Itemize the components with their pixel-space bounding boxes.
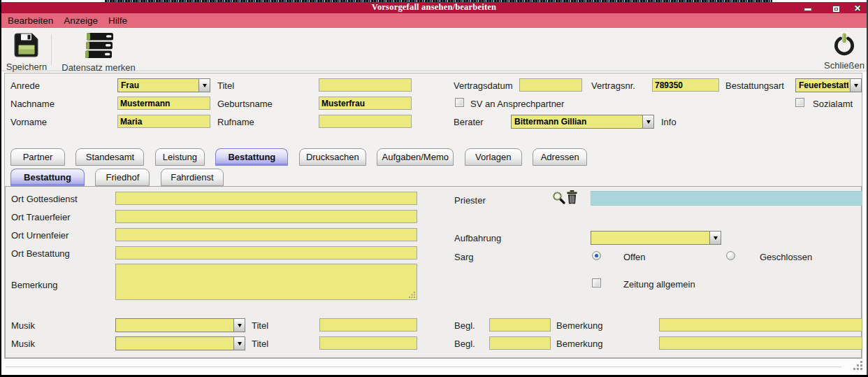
aufbahrung-select[interactable]	[591, 231, 721, 245]
musik-label: Musik	[11, 339, 35, 349]
trash-icon[interactable]	[567, 190, 577, 207]
vorname-label: Vorname	[10, 117, 47, 127]
anrede-value: Frau	[121, 80, 197, 90]
power-icon	[823, 33, 865, 59]
tab-adressen[interactable]: Adressen	[533, 148, 587, 166]
tab-standesamt[interactable]: Standesamt	[75, 148, 144, 166]
priester-input[interactable]	[591, 191, 862, 206]
save-label: Speichern	[6, 62, 48, 72]
musik-bemerkung-input-1[interactable]	[659, 318, 862, 332]
vertragsdatum-input[interactable]	[519, 78, 582, 92]
chevron-down-icon[interactable]	[850, 79, 861, 92]
priester-label: Priester	[454, 195, 486, 206]
begl-label: Begl.	[454, 339, 475, 349]
chevron-down-icon[interactable]	[233, 319, 245, 332]
ort-gottesdienst-input[interactable]	[115, 192, 417, 205]
remember-record-label: Datensatz merken	[55, 62, 143, 73]
tab-vorlagen[interactable]: Vorlagen	[465, 148, 522, 166]
ort-bestattung-label: Ort Bestattung	[11, 248, 70, 259]
anrede-label: Anrede	[10, 80, 40, 91]
maximize-icon[interactable]	[832, 6, 840, 13]
vertragsnr-label: Vertragsnr.	[591, 80, 635, 91]
info-label: Info	[661, 117, 677, 127]
tab-leistung[interactable]: Leistung	[155, 148, 205, 166]
chevron-down-icon[interactable]	[233, 337, 245, 350]
sarg-geschlossen-radio[interactable]	[726, 251, 735, 260]
musik-bemerkung-label: Bemerkung	[556, 320, 602, 331]
window-title: Vorsorgefall ansehen/bearbeiten	[0, 2, 868, 13]
sv-ansprechpartner-checkbox[interactable]	[455, 98, 464, 107]
chevron-down-icon[interactable]	[709, 232, 721, 244]
status-bar	[1, 360, 867, 375]
aufbahrung-label: Aufbahrung	[454, 233, 501, 243]
titel-input[interactable]	[319, 78, 412, 92]
sv-ansprechpartner-label: SV an Ansprechpartner	[470, 99, 564, 109]
menu-bearbeiten[interactable]: Bearbeiten	[8, 15, 53, 26]
menu-bar: Bearbeiten Anzeige Hilfe	[0, 13, 868, 28]
window-resize-grip[interactable]	[853, 361, 863, 371]
subtab-bestattung[interactable]: Bestattung	[10, 169, 85, 186]
search-icon[interactable]	[552, 191, 565, 207]
vorname-input[interactable]	[117, 115, 210, 128]
anrede-select[interactable]: Frau	[117, 78, 210, 92]
nachname-input[interactable]	[117, 97, 210, 110]
begl-input-2[interactable]	[489, 336, 551, 350]
main-tab-bar: Partner Standesamt Leistung Bestattung D…	[10, 148, 595, 166]
subtab-fahrdienst[interactable]: Fahrdienst	[161, 169, 224, 186]
musik-titel-input-1[interactable]	[319, 318, 417, 332]
bestattungsart-value: Feuerbestattu	[799, 80, 848, 90]
title-bar[interactable]: Vorsorgefall ansehen/bearbeiten ✕	[0, 2, 868, 13]
begl-label: Begl.	[454, 320, 475, 331]
sarg-geschlossen-label: Geschlossen	[760, 252, 812, 262]
bestattung-panel: Ort Gottesdienst Ort Trauerfeier Ort Urn…	[5, 186, 862, 358]
close-window-button[interactable]: Schließen	[823, 31, 865, 71]
tab-drucksachen[interactable]: Drucksachen	[299, 148, 366, 166]
bestattungsart-select[interactable]: Feuerbestattu	[795, 78, 862, 92]
menu-anzeige[interactable]: Anzeige	[64, 15, 98, 26]
musik-titel-label: Titel	[252, 339, 268, 349]
tab-aufgaben-memo[interactable]: Aufgaben/Memo	[377, 148, 454, 166]
close-icon[interactable]: ✕	[854, 3, 861, 13]
ort-bestattung-input[interactable]	[115, 246, 417, 259]
database-stack-icon	[55, 33, 143, 62]
geburtsname-input[interactable]	[319, 97, 412, 110]
musik-titel-input-2[interactable]	[319, 336, 417, 350]
rufname-label: Rufname	[217, 117, 254, 127]
berater-label: Berater	[454, 117, 484, 127]
geburtsname-label: Geburtsname	[217, 99, 273, 109]
nachname-label: Nachname	[10, 99, 55, 109]
bemerkung-label: Bemerkung	[11, 280, 57, 290]
begl-input-1[interactable]	[489, 318, 551, 332]
ort-urnenfeier-label: Ort Urnenfeier	[11, 230, 68, 241]
minimize-icon[interactable]	[804, 8, 812, 11]
vertragsnr-input[interactable]	[652, 78, 719, 92]
musik-select-1[interactable]	[115, 318, 245, 332]
berater-select[interactable]: Bittermann Gillian	[511, 115, 654, 129]
app-window: Vorsorgefall ansehen/bearbeiten ✕ Bearbe…	[0, 0, 868, 377]
textarea-resize-grip[interactable]	[409, 292, 416, 299]
ort-trauerfeier-label: Ort Trauerfeier	[11, 212, 71, 222]
ort-urnenfeier-input[interactable]	[115, 228, 417, 241]
menu-hilfe[interactable]: Hilfe	[108, 15, 127, 26]
musik-titel-label: Titel	[252, 320, 268, 331]
musik-bemerkung-input-2[interactable]	[659, 336, 862, 350]
chevron-down-icon[interactable]	[642, 115, 653, 128]
zeitung-allgemein-checkbox[interactable]	[592, 278, 601, 287]
tab-partner[interactable]: Partner	[10, 148, 65, 166]
sarg-offen-radio[interactable]	[592, 251, 601, 260]
sub-tab-bar: Bestattung Friedhof Fahrdienst	[10, 169, 231, 186]
musik-bemerkung-label: Bemerkung	[556, 339, 602, 349]
chevron-down-icon[interactable]	[198, 79, 210, 92]
sozialamt-checkbox[interactable]	[795, 98, 804, 107]
main-panel: Anrede Frau Titel Vertragsdatum Vertrags…	[4, 73, 862, 359]
tab-bestattung[interactable]: Bestattung	[215, 148, 288, 166]
rufname-input[interactable]	[319, 115, 412, 128]
zeitung-allgemein-label: Zeitung allgemein	[623, 279, 695, 290]
save-button[interactable]: Speichern	[6, 31, 48, 71]
ort-trauerfeier-input[interactable]	[115, 210, 417, 223]
bemerkung-textarea[interactable]	[115, 264, 417, 300]
remember-record-button[interactable]: Datensatz merken	[55, 31, 143, 71]
subtab-friedhof[interactable]: Friedhof	[95, 169, 150, 186]
musik-select-2[interactable]	[115, 336, 245, 350]
musik-label: Musik	[11, 320, 35, 331]
